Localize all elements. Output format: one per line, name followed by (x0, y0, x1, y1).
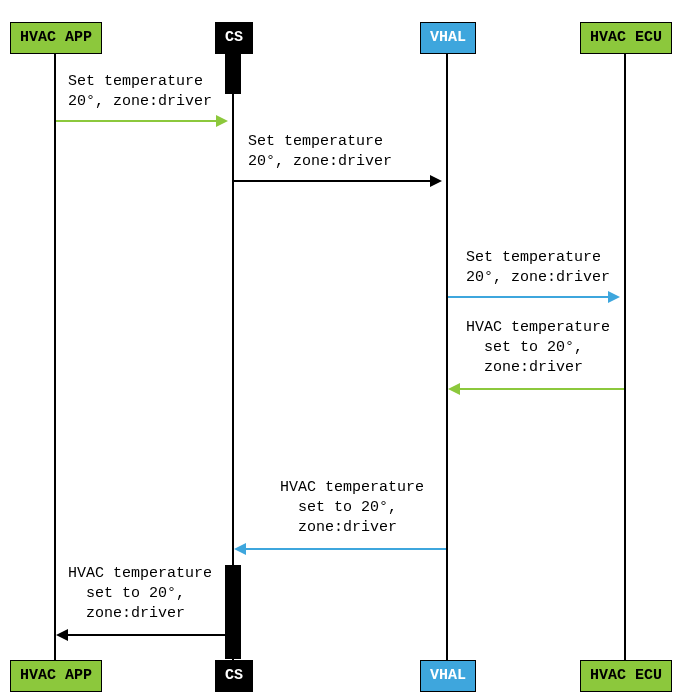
arrow-vhal-to-cs (246, 548, 446, 550)
actor-vhal-top: VHAL (420, 22, 476, 54)
msg-label-set-temp-app-to-cs: Set temperature 20°, zone:driver (68, 72, 212, 112)
arrow-cs-to-app (68, 634, 228, 636)
actor-cs-bottom: CS (215, 660, 253, 692)
actor-vhal-bottom: VHAL (420, 660, 476, 692)
lifeline-hvac-ecu (624, 54, 626, 660)
arrow-head-vhal-to-ecu (608, 291, 620, 303)
actor-hvac-ecu-bottom: HVAC ECU (580, 660, 672, 692)
activation-cs-top (225, 54, 241, 94)
msg-label-ack-cs-to-app: HVAC temperature set to 20°, zone:driver (68, 564, 212, 624)
lifeline-hvac-app (54, 54, 56, 660)
arrow-vhal-to-ecu (448, 296, 616, 298)
msg-label-ack-ecu-to-vhal: HVAC temperature set to 20°, zone:driver (466, 318, 610, 378)
actor-hvac-app-top: HVAC APP (10, 22, 102, 54)
arrow-head-ecu-to-vhal (448, 383, 460, 395)
arrow-head-app-to-cs (216, 115, 228, 127)
arrow-head-cs-to-app (56, 629, 68, 641)
arrow-app-to-cs (56, 120, 224, 122)
actor-hvac-app-bottom: HVAC APP (10, 660, 102, 692)
msg-label-set-temp-vhal-to-ecu: Set temperature 20°, zone:driver (466, 248, 610, 288)
arrow-head-vhal-to-cs (234, 543, 246, 555)
arrow-ecu-to-vhal (460, 388, 624, 390)
msg-label-ack-vhal-to-cs: HVAC temperature set to 20°, zone:driver (280, 478, 424, 538)
arrow-head-cs-to-vhal (430, 175, 442, 187)
activation-cs-bottom (225, 565, 241, 659)
arrow-cs-to-vhal (234, 180, 438, 182)
msg-label-set-temp-cs-to-vhal: Set temperature 20°, zone:driver (248, 132, 392, 172)
lifeline-vhal (446, 54, 448, 660)
actor-cs-top: CS (215, 22, 253, 54)
actor-hvac-ecu-top: HVAC ECU (580, 22, 672, 54)
